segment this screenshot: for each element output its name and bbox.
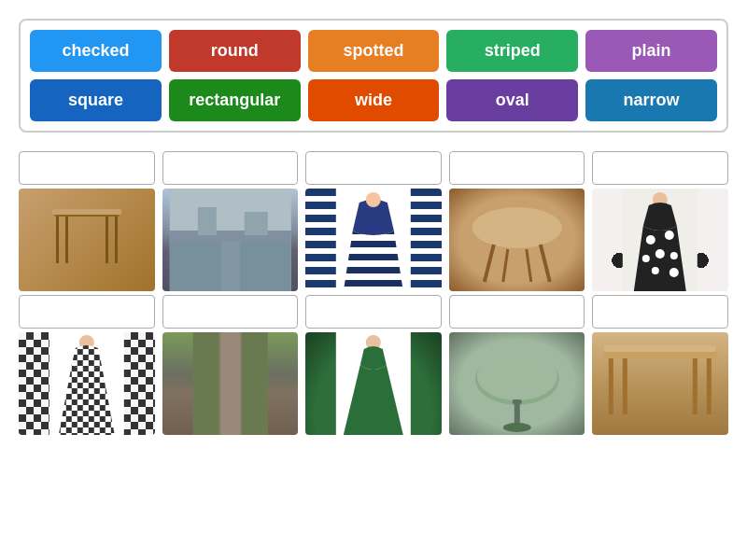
drop-row-2 [19,295,728,435]
word-tile-square[interactable]: square [30,79,162,121]
svg-point-29 [652,267,659,274]
svg-point-24 [646,235,655,245]
svg-point-27 [642,255,650,262]
image-oval-table [449,332,585,435]
word-tile-narrow[interactable]: narrow [585,79,717,121]
svg-rect-9 [169,231,290,242]
svg-rect-8 [220,240,239,291]
image-striped-dress [305,189,442,291]
svg-point-28 [670,252,678,259]
word-tile-checked[interactable]: checked [30,30,162,72]
svg-rect-39 [192,332,218,435]
svg-line-21 [527,249,531,282]
drop-box-r1-1[interactable] [19,151,155,185]
drop-box-r2-5[interactable] [592,295,728,329]
svg-rect-1 [56,217,59,263]
word-tile-plain[interactable]: plain [585,30,717,72]
svg-rect-51 [609,358,613,414]
image-rows [19,151,728,439]
image-cell-r1-5 [592,151,728,291]
svg-rect-46 [513,399,522,404]
word-tile-oval[interactable]: oval [446,79,578,121]
svg-rect-41 [220,332,239,435]
svg-line-19 [541,245,550,282]
main-container: checked round spotted striped plain squa… [0,0,747,457]
image-spotted-dress [592,189,728,291]
image-round-table [449,189,585,291]
drop-row-1 [19,151,728,291]
svg-rect-10 [197,207,216,235]
svg-point-25 [665,231,674,240]
svg-line-20 [503,249,508,282]
svg-rect-54 [693,358,698,414]
svg-point-26 [655,249,665,259]
image-wide-street [162,189,299,291]
image-wide-green-dress [305,332,442,435]
word-tile-striped[interactable]: striped [446,30,578,72]
word-tile-rectangular[interactable]: rectangular [169,79,301,121]
image-rectangular-table [592,332,728,435]
image-cell-r2-4 [449,295,585,435]
image-cell-r2-5 [592,295,728,435]
svg-rect-52 [707,358,712,414]
image-checked-dress [19,332,155,435]
image-cell-r1-4 [449,151,585,291]
image-cell-r1-2 [162,151,299,291]
word-tile-wide[interactable]: wide [308,79,440,121]
drop-box-r2-3[interactable] [305,295,442,329]
svg-rect-40 [241,332,267,435]
image-cell-r1-3 [305,151,442,291]
image-cell-r2-2 [162,295,299,435]
image-cell-r2-1 [19,295,155,435]
image-cell-r1-1 [19,151,155,291]
svg-rect-3 [65,217,68,263]
drop-box-r2-4[interactable] [449,295,585,329]
svg-point-48 [503,423,531,432]
svg-rect-4 [106,217,108,263]
drop-box-r1-4[interactable] [449,151,585,185]
word-tile-spotted[interactable]: spotted [308,30,440,72]
word-bank: checked round spotted striped plain squa… [19,19,728,133]
svg-rect-53 [623,358,627,414]
svg-rect-5 [52,209,121,215]
svg-rect-50 [604,345,716,352]
svg-point-15 [366,192,381,207]
svg-line-18 [485,245,494,282]
image-cell-r2-3 [305,295,442,435]
image-square-table [19,189,155,291]
svg-point-30 [669,268,679,277]
drop-box-r2-2[interactable] [162,295,299,329]
drop-box-r1-5[interactable] [592,151,728,185]
drop-box-r2-1[interactable] [19,295,155,329]
drop-box-r1-3[interactable] [305,151,442,185]
image-narrow-alley [162,332,299,435]
drop-box-r1-2[interactable] [162,151,299,185]
word-tile-round[interactable]: round [169,30,301,72]
svg-rect-11 [244,212,267,235]
svg-rect-2 [115,217,118,263]
svg-point-45 [477,352,557,400]
svg-point-17 [472,207,562,248]
